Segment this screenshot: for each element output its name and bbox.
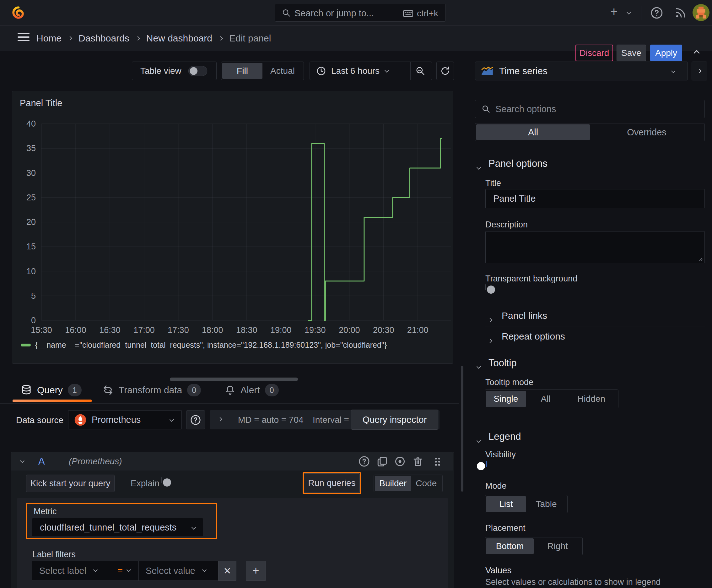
explain-toggle[interactable] [161, 477, 162, 483]
legend-series-label[interactable]: {__name__="cloudflared_tunnel_total_requ… [35, 340, 387, 350]
table-view-toggle[interactable] [188, 66, 207, 76]
run-queries-button[interactable]: Run queries [304, 474, 360, 493]
options-search-placeholder: Search options [495, 104, 556, 114]
tab-query[interactable]: Query 1 [21, 384, 82, 396]
news-rss-icon[interactable] [674, 6, 687, 19]
refresh-button[interactable] [436, 62, 454, 80]
tooltip-mode-hidden[interactable]: Hidden [565, 391, 617, 407]
query-inspector-button[interactable]: Query inspector [351, 410, 438, 430]
datasource-label: Data source [16, 415, 63, 425]
query-collapse-icon[interactable] [20, 459, 24, 463]
time-range-label: Last 6 hours [331, 66, 380, 76]
fill-option[interactable]: Fill [222, 63, 262, 79]
breadcrumb-new-dashboard[interactable]: New dashboard [146, 33, 212, 44]
time-picker-divider [410, 62, 411, 80]
time-caret-icon [385, 68, 389, 72]
breadcrumb-dashboards[interactable]: Dashboards [79, 33, 129, 44]
toggle-visibility-icon[interactable] [394, 456, 406, 467]
table-view-label: Table view [140, 66, 181, 76]
panel-links-header[interactable]: Panel links [502, 310, 547, 321]
add-button[interactable]: + [610, 5, 618, 19]
panel-options-collapse-icon[interactable] [477, 165, 481, 170]
viz-picker[interactable]: Time series [475, 62, 688, 80]
builder-code-segmented: Builder Code [373, 475, 443, 492]
menu-toggle[interactable] [18, 32, 30, 43]
metric-value: cloudflared_tunnel_total_requests [40, 522, 176, 533]
clock-icon [316, 66, 326, 76]
tooltip-mode-single[interactable]: Single [486, 391, 526, 407]
global-search[interactable]: Search or jump to... ctrl+k [275, 4, 446, 22]
title-input[interactable]: Panel Title [486, 189, 705, 208]
tab-alert[interactable]: Alert 0 [225, 384, 279, 396]
svg-text:20: 20 [26, 217, 36, 227]
legend-values-help: Select values or calculations to show in… [486, 577, 661, 587]
grafana-logo[interactable] [11, 6, 26, 20]
main-scrollbar-thumb[interactable] [461, 366, 463, 491]
legend-collapse-icon[interactable] [477, 439, 481, 443]
apply-button[interactable]: Apply [650, 45, 682, 61]
add-filter-button[interactable]: + [246, 561, 266, 581]
discard-button[interactable]: Discard [576, 45, 613, 61]
panel-options-header[interactable]: Panel options [489, 158, 547, 169]
legend-mode-list[interactable]: List [486, 496, 526, 512]
legend-header[interactable]: Legend [489, 431, 521, 442]
datasource-picker[interactable]: Prometheus [68, 410, 182, 429]
svg-text:30: 30 [26, 168, 36, 178]
query-datasource-hint: (Prometheus) [69, 456, 122, 466]
tab-overrides[interactable]: Overrides [590, 124, 704, 140]
transparent-bg-toggle[interactable] [486, 284, 486, 290]
nav-icon-divider [641, 6, 641, 20]
builder-option[interactable]: Builder [375, 476, 411, 491]
transparent-bg-label: Transparent background [486, 274, 577, 284]
svg-text:21:00: 21:00 [407, 326, 429, 335]
time-picker[interactable]: Last 6 hours [309, 62, 432, 80]
remove-filter-button[interactable]: ✕ [218, 561, 236, 581]
time-series-chart[interactable]: 051015202530354015:3016:0016:3017:0017:3… [12, 91, 453, 363]
kick-start-button[interactable]: Kick start your query [26, 475, 114, 492]
label-filters-label: Label filters [33, 550, 75, 560]
svg-text:19:30: 19:30 [304, 326, 326, 335]
description-textarea[interactable] [486, 231, 705, 263]
query-help-icon[interactable] [359, 456, 370, 467]
zoom-out-icon[interactable] [415, 66, 425, 76]
help-icon[interactable] [650, 6, 663, 19]
breadcrumb-chevron-icon [218, 36, 223, 41]
tab-transform[interactable]: Transform data 0 [102, 384, 201, 396]
breadcrumb-chevron-icon [136, 36, 140, 41]
panel-resize-handle[interactable] [170, 378, 298, 381]
metric-dropdown[interactable]: cloudflared_tunnel_total_requests [32, 518, 203, 537]
legend-values-label: Values [486, 565, 512, 575]
select-label-dropdown[interactable]: Select label [32, 561, 109, 581]
options-expand-icon[interactable] [218, 417, 222, 422]
delete-query-icon[interactable] [412, 456, 424, 467]
query-row-header[interactable]: A (Prometheus) [11, 452, 453, 470]
drag-handle-icon[interactable] [432, 456, 443, 467]
operator-dropdown[interactable]: = [109, 561, 139, 581]
operator-value: = [117, 566, 123, 576]
repeat-options-header[interactable]: Repeat options [502, 331, 565, 342]
legend-placement-right[interactable]: Right [534, 538, 581, 554]
legend-swatch[interactable] [21, 344, 31, 346]
panel-links-expand-icon[interactable] [488, 318, 492, 322]
datasource-help-button[interactable] [186, 410, 205, 429]
tooltip-header[interactable]: Tooltip [489, 357, 517, 369]
visual-query-editor: Metric cloudflared_tunnel_total_requests… [17, 498, 448, 588]
repeat-options-expand-icon[interactable] [488, 339, 492, 343]
legend-mode-table[interactable]: Table [526, 496, 566, 512]
save-button[interactable]: Save [617, 45, 646, 61]
legend-visibility-toggle[interactable] [486, 461, 487, 467]
duplicate-query-icon[interactable] [376, 456, 388, 467]
code-option[interactable]: Code [411, 476, 441, 491]
svg-text:40: 40 [26, 119, 36, 128]
select-value-dropdown[interactable]: Select value [139, 561, 218, 581]
tooltip-collapse-icon[interactable] [477, 364, 481, 369]
breadcrumb-home[interactable]: Home [37, 33, 62, 44]
user-avatar[interactable] [693, 4, 710, 21]
bell-icon [225, 384, 235, 396]
tab-all[interactable]: All [476, 124, 590, 140]
collapse-pane-button[interactable] [692, 62, 707, 80]
actual-option[interactable]: Actual [262, 63, 303, 79]
options-search[interactable]: Search options [475, 100, 705, 118]
tooltip-mode-all[interactable]: All [526, 391, 566, 407]
legend-placement-bottom[interactable]: Bottom [486, 538, 534, 554]
